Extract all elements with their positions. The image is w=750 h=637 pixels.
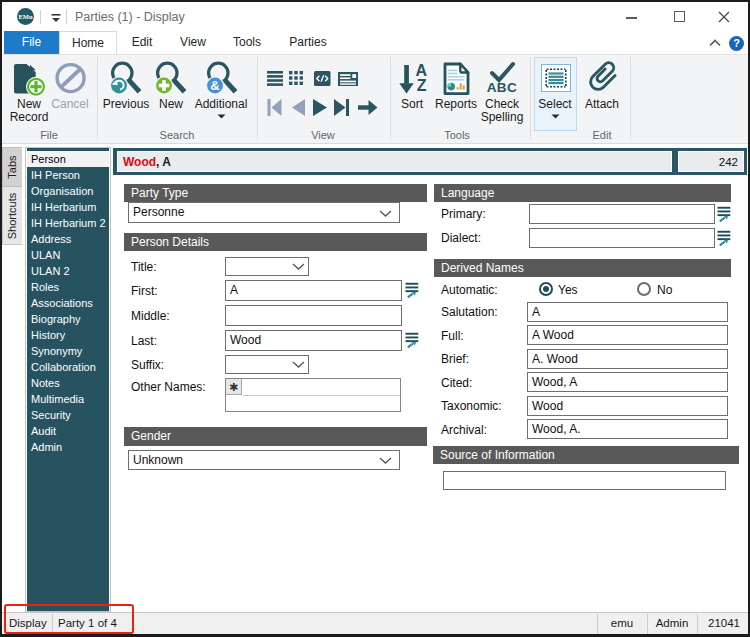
svg-text:ABC: ABC bbox=[487, 80, 518, 94]
svg-text:Z: Z bbox=[417, 77, 427, 94]
svg-text:&: & bbox=[210, 78, 219, 93]
